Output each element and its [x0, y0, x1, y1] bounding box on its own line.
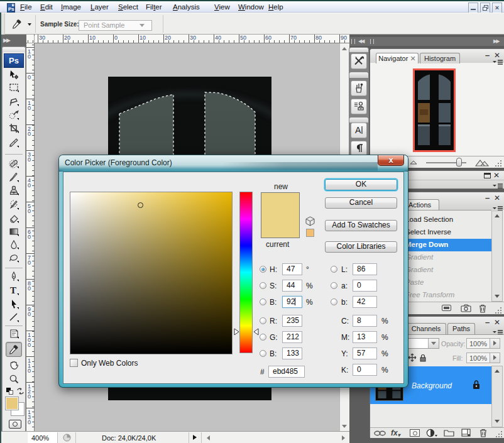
svg-text:A: A	[355, 125, 361, 135]
svg-text:T: T	[10, 285, 16, 295]
